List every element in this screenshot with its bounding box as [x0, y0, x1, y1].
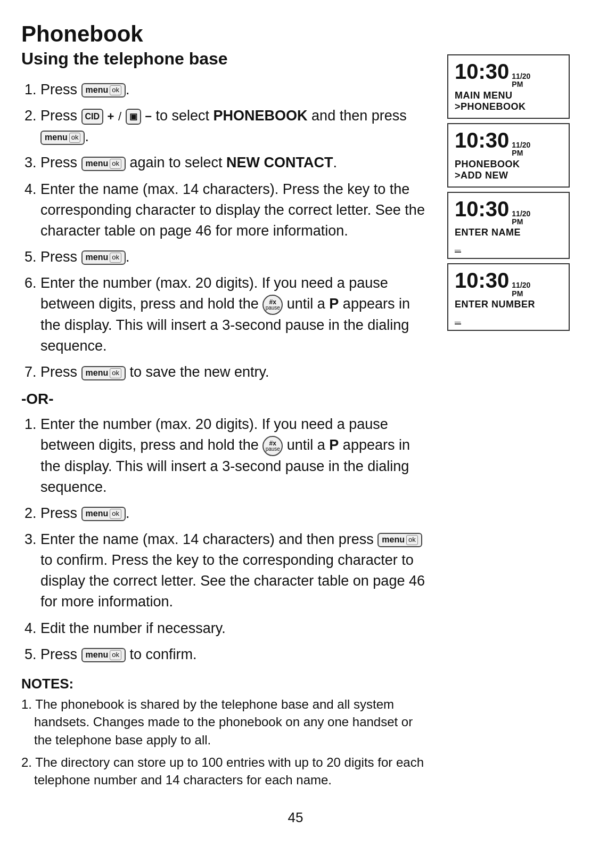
- screen-4-time: 10:30: [455, 269, 509, 293]
- plus-icon: +: [108, 110, 114, 123]
- screen-3-line1: ENTER NAME: [455, 227, 562, 238]
- menu-ok-button-3: menu ok: [81, 157, 126, 171]
- step-1-3: Press menu ok again to select NEW CONTAC…: [40, 152, 431, 173]
- step-1-7: Press menu ok to save the new entry.: [40, 362, 431, 383]
- page-title: Phonebook: [21, 21, 570, 47]
- menu-ok-button-s2-2: menu ok: [81, 507, 126, 521]
- menu-ok-button-7: menu ok: [81, 366, 126, 380]
- screen-4-line1: ENTER NUMBER: [455, 299, 562, 310]
- page-number: 45: [21, 809, 570, 826]
- note-2: 2. The directory can store up to 100 ent…: [21, 753, 431, 789]
- section-title: Using the telephone base: [21, 49, 431, 69]
- step-1-6: Enter the number (max. 20 digits). If yo…: [40, 273, 431, 356]
- screen-1-time: 10:30: [455, 60, 509, 84]
- screen-box-2: 10:30 11/20 PM PHONEBOOK >ADD NEW: [447, 123, 570, 188]
- screen-2-date: 11/20 PM: [512, 141, 530, 158]
- sidebar-screens: 10:30 11/20 PM MAIN MENU >PHONEBOOK 10:3…: [447, 54, 570, 331]
- screen-4-date: 11/20 PM: [512, 281, 530, 298]
- step-2-2: Press menu ok .: [40, 503, 431, 524]
- step-2-3: Enter the name (max. 14 characters) and …: [40, 529, 431, 613]
- screen-2-time: 10:30: [455, 128, 509, 152]
- minus-icon: −: [145, 110, 152, 123]
- screen-2-line1: PHONEBOOK: [455, 159, 562, 170]
- screen-box-4: 10:30 11/20 PM ENTER NUMBER _: [447, 263, 570, 331]
- steps-list-2: Enter the number (max. 20 digits). If yo…: [21, 414, 431, 665]
- menu-ok-button-5: menu ok: [81, 250, 126, 265]
- step-1-4: Enter the name (max. 14 characters). Pre…: [40, 179, 431, 241]
- note-1: 1. The phonebook is shared by the teleph…: [21, 695, 431, 749]
- menu-ok-button-1: menu ok: [81, 83, 126, 98]
- screen-3-date: 11/20 PM: [512, 210, 530, 226]
- screen-2-line2: >ADD NEW: [455, 170, 562, 181]
- screen-1-line1: MAIN MENU: [455, 90, 562, 101]
- screen-1-line2: >PHONEBOOK: [455, 101, 562, 112]
- step-1-5: Press menu ok .: [40, 247, 431, 267]
- screen-box-3: 10:30 11/20 PM ENTER NAME _: [447, 192, 570, 259]
- menu-ok-button-s2-5: menu ok: [81, 648, 126, 662]
- pause-button-1: #x pause: [262, 295, 283, 315]
- screen-3-time: 10:30: [455, 197, 509, 221]
- or-divider: -OR-: [21, 391, 431, 408]
- step-1-1: Press menu ok .: [40, 79, 431, 100]
- notes-section: NOTES: 1. The phonebook is shared by the…: [21, 676, 431, 789]
- step-2-1: Enter the number (max. 20 digits). If yo…: [40, 414, 431, 498]
- menu-ok-button-2: menu ok: [40, 131, 85, 145]
- step-1-2: Press CID + / ▣ − to select PHONEBOOK an…: [40, 106, 431, 147]
- menu-ok-button-s2-3: menu ok: [377, 533, 422, 547]
- screen-4-cursor: _: [455, 311, 461, 325]
- screen-box-1: 10:30 11/20 PM MAIN MENU >PHONEBOOK: [447, 54, 570, 119]
- slash-icon: /: [118, 110, 121, 123]
- pause-button-2: #x pause: [262, 436, 283, 456]
- screen-3-cursor: _: [455, 239, 461, 253]
- step-2-5: Press menu ok to confirm.: [40, 644, 431, 665]
- notes-list: 1. The phonebook is shared by the teleph…: [21, 695, 431, 789]
- cid-label: CID: [85, 110, 100, 123]
- cid-button: CID: [81, 109, 104, 124]
- screen-1-date: 11/20 PM: [512, 72, 530, 89]
- book-button: ▣: [126, 109, 141, 124]
- notes-title: NOTES:: [21, 676, 431, 692]
- steps-list-1: Press menu ok . Press CID + / ▣ − to sel…: [21, 79, 431, 383]
- step-2-4: Edit the number if necessary.: [40, 618, 431, 639]
